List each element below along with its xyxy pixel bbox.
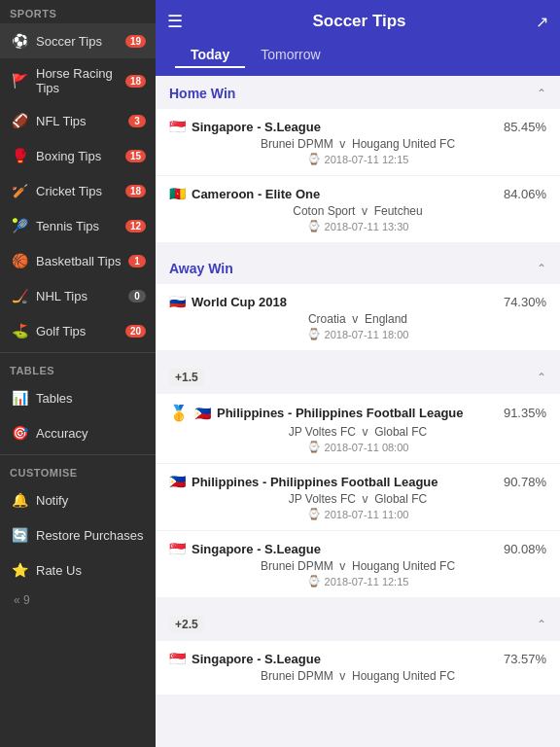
pct-p25-1: 73.57% [504, 652, 546, 666]
pct-aw-1: 74.30% [504, 295, 546, 309]
tip-card-hw-2[interactable]: 🇨🇲 Cameroon - Elite One 84.06% Coton Spo… [156, 176, 560, 242]
sidebar-label-tables: Tables [36, 391, 146, 406]
pct-p15-1: 91.35% [504, 406, 546, 420]
nhl-icon: 🏒 [10, 286, 29, 305]
badge-boxing: 15 [125, 150, 146, 162]
sidebar-item-nhl[interactable]: 🏒 NHL Tips 0 [0, 278, 156, 313]
divider-1 [0, 352, 156, 353]
rate-icon: ⭐ [10, 560, 29, 580]
tip-card-p15-2[interactable]: 🇵🇭 Philippines - Philippines Football Le… [156, 464, 560, 530]
sidebar-label-basketball: Basketball Tips [36, 254, 128, 268]
page-title: Soccer Tips [183, 12, 536, 31]
sidebar-label-accuracy: Accuracy [36, 426, 146, 441]
pct-hw-2: 84.06% [504, 187, 546, 201]
date-aw-1: ⌚ 2018-07-11 18:00 [169, 328, 546, 340]
sidebar-item-restore[interactable]: 🔄 Restore Purchases [0, 517, 156, 552]
flag-sg-2: 🇸🇬 [169, 541, 186, 556]
tab-bar: Today Tomorrow [156, 43, 560, 76]
basketball-icon: 🏀 [10, 251, 29, 270]
section-home-win: Home Win ⌃ [156, 76, 560, 109]
date-hw-1: ⌚ 2018-07-11 12:15 [169, 153, 546, 165]
topbar: ☰ Soccer Tips ↗ [156, 0, 560, 43]
sidebar-item-horse-racing[interactable]: 🚩 Horse Racing Tips 18 [0, 58, 156, 103]
tab-tomorrow[interactable]: Tomorrow [245, 43, 335, 68]
sidebar-item-tennis[interactable]: 🎾 Tennis Tips 12 [0, 208, 156, 243]
plus-1-5-chevron[interactable]: ⌃ [537, 371, 546, 384]
league-aw-1: World Cup 2018 [192, 295, 504, 309]
boxing-icon: 🥊 [10, 146, 29, 165]
date-p15-2: ⌚ 2018-07-11 11:00 [169, 508, 546, 520]
tip-card-p25-1[interactable]: 🇸🇬 Singapore - S.League 73.57% Brunei DP… [156, 641, 560, 694]
badge-soccer: 19 [125, 35, 146, 48]
sidebar-item-soccer[interactable]: ⚽ Soccer Tips 19 [0, 23, 156, 58]
league-hw-1: Singapore - S.League [192, 120, 504, 134]
sidebar-item-golf[interactable]: ⛳ Golf Tips 20 [0, 313, 156, 348]
notify-icon: 🔔 [10, 490, 29, 510]
sidebar-item-notify[interactable]: 🔔 Notify [0, 482, 156, 517]
plus-1-5-label: +1.5 [169, 369, 204, 386]
sidebar-label-rate: Rate Us [36, 563, 146, 578]
tip-card-p15-3[interactable]: 🇸🇬 Singapore - S.League 90.08% Brunei DP… [156, 531, 560, 597]
sidebar-item-accuracy[interactable]: 🎯 Accuracy [0, 415, 156, 450]
bottom-count: « 9 [14, 593, 30, 607]
date-p15-1: ⌚ 2018-07-11 08:00 [169, 441, 546, 453]
section-sports-header: Sports [0, 0, 156, 23]
date-p15-3: ⌚ 2018-07-11 12:15 [169, 575, 546, 587]
section-tables-header: Tables [0, 357, 156, 380]
sidebar: Sports ⚽ Soccer Tips 19 🚩 Horse Racing T… [0, 0, 156, 747]
teams-aw-1: Croatia v England [169, 312, 546, 326]
plus-2-5-label: +2.5 [169, 616, 204, 633]
soccer-icon: ⚽ [10, 31, 29, 51]
home-win-chevron[interactable]: ⌃ [537, 87, 546, 100]
content-area[interactable]: Home Win ⌃ 🇸🇬 Singapore - S.League 85.45… [156, 76, 560, 747]
sidebar-label-nhl: NHL Tips [36, 289, 128, 303]
teams-p15-2: JP Voltes FC v Global FC [169, 492, 546, 506]
date-hw-2: ⌚ 2018-07-11 13:30 [169, 220, 546, 232]
badge-golf: 20 [125, 325, 146, 338]
sidebar-item-rate[interactable]: ⭐ Rate Us [0, 552, 156, 587]
section-plus-2-5: +2.5 ⌃ [156, 606, 560, 641]
teams-hw-2: Coton Sport v Feutcheu [169, 204, 546, 218]
flag-sg-3: 🇸🇬 [169, 651, 186, 666]
sidebar-item-basketball[interactable]: 🏀 Basketball Tips 1 [0, 243, 156, 278]
separator-1 [156, 243, 560, 251]
pct-p15-3: 90.08% [504, 542, 546, 556]
flag-ru-1: 🇷🇺 [169, 294, 186, 309]
menu-icon[interactable]: ☰ [167, 11, 183, 32]
tip-card-aw-1[interactable]: 🇷🇺 World Cup 2018 74.30% Croatia v Engla… [156, 284, 560, 350]
flag-ph-1: 🇵🇭 [194, 406, 211, 421]
badge-horse-racing: 18 [125, 75, 146, 88]
tennis-icon: 🎾 [10, 216, 29, 235]
sidebar-label-horse-racing: Horse Racing Tips [36, 66, 125, 95]
tables-icon: 📊 [10, 388, 29, 408]
section-customise-header: Customise [0, 459, 156, 482]
sidebar-item-cricket[interactable]: 🏏 Cricket Tips 18 [0, 173, 156, 208]
tip-card-hw-1[interactable]: 🇸🇬 Singapore - S.League 85.45% Brunei DP… [156, 109, 560, 175]
home-win-label: Home Win [169, 86, 235, 101]
medal-icon-1: 🥇 [169, 404, 189, 422]
teams-p15-3: Brunei DPMM v Hougang United FC [169, 559, 546, 573]
badge-tennis: 12 [125, 220, 146, 232]
badge-nfl: 3 [128, 115, 146, 127]
golf-icon: ⛳ [10, 321, 29, 340]
sidebar-label-golf: Golf Tips [36, 324, 125, 338]
separator-3 [156, 598, 560, 606]
bottom-bar: « 9 [0, 587, 156, 613]
sidebar-label-boxing: Boxing Tips [36, 149, 125, 163]
accuracy-icon: 🎯 [10, 423, 29, 443]
plus-2-5-chevron[interactable]: ⌃ [537, 618, 546, 631]
sidebar-label-restore: Restore Purchases [36, 528, 146, 543]
flag-sg-1: 🇸🇬 [169, 119, 186, 134]
league-p25-1: Singapore - S.League [192, 652, 504, 666]
tip-card-p15-1[interactable]: 🥇 🇵🇭 Philippines - Philippines Football … [156, 394, 560, 463]
tab-today[interactable]: Today [175, 43, 245, 68]
sidebar-item-tables[interactable]: 📊 Tables [0, 380, 156, 415]
teams-p25-1: Brunei DPMM v Hougang United FC [169, 669, 546, 683]
sidebar-item-nfl[interactable]: 🏈 NFL Tips 3 [0, 103, 156, 138]
sidebar-label-tennis: Tennis Tips [36, 219, 125, 233]
pct-p15-2: 90.78% [504, 475, 546, 489]
share-icon[interactable]: ↗ [536, 13, 548, 31]
away-win-chevron[interactable]: ⌃ [537, 262, 546, 275]
sidebar-item-boxing[interactable]: 🥊 Boxing Tips 15 [0, 138, 156, 173]
bottom-padding [156, 695, 560, 734]
